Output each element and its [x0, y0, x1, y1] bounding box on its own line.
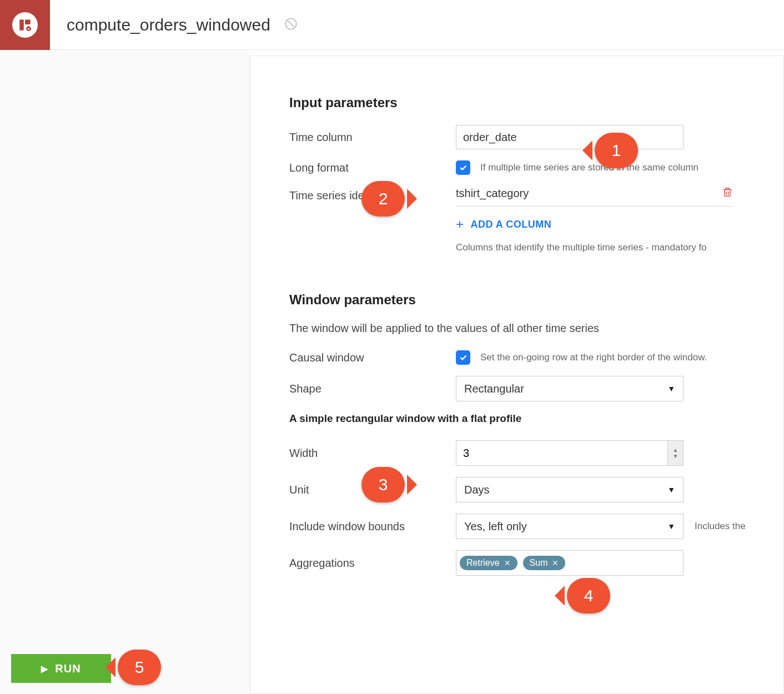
- shape-description: A simple rectangular window with a flat …: [289, 413, 756, 425]
- width-row: Width ▲▼: [289, 440, 756, 466]
- shape-value: Rectangular: [464, 383, 524, 395]
- run-label: RUN: [55, 662, 81, 675]
- chevron-down-icon: ▼: [667, 384, 675, 393]
- width-stepper[interactable]: ▲▼: [667, 441, 683, 465]
- aggregations-label: Aggregations: [289, 557, 456, 570]
- identifiers-hint: Columns that identify the multiple time …: [456, 242, 733, 253]
- time-column-row: Time column: [289, 125, 756, 149]
- unit-label: Unit: [289, 484, 456, 496]
- unit-row: Unit Days ▼: [289, 477, 756, 502]
- shape-label: Shape: [289, 383, 456, 395]
- causal-hint: Set the on-going row at the right border…: [480, 352, 707, 363]
- trash-icon[interactable]: [721, 186, 733, 200]
- causal-checkbox[interactable]: [456, 350, 470, 365]
- chevron-down-icon: ▼: [667, 485, 675, 494]
- main-area: Input parameters Time column Long format…: [0, 50, 784, 694]
- time-column-label: Time column: [289, 131, 456, 144]
- left-gutter: [0, 50, 250, 694]
- run-button[interactable]: ▶ RUN: [11, 654, 111, 683]
- close-icon[interactable]: ✕: [504, 559, 511, 567]
- identifiers-label: Time series identifiers: [289, 186, 456, 202]
- close-icon[interactable]: ✕: [552, 559, 559, 567]
- add-column-button[interactable]: + ADD A COLUMN: [456, 217, 733, 232]
- shape-select[interactable]: Rectangular ▼: [456, 376, 684, 401]
- shape-row: Shape Rectangular ▼: [289, 376, 756, 401]
- long-format-label: Long format: [289, 162, 456, 174]
- long-format-hint: If multiple time series are stored in th…: [480, 162, 698, 173]
- width-label: Width: [289, 447, 456, 460]
- page-title: compute_orders_windowed: [67, 16, 270, 34]
- input-parameters-heading: Input parameters: [289, 95, 756, 110]
- causal-label: Causal window: [289, 351, 456, 364]
- chevron-down-icon: ▼: [667, 522, 675, 531]
- identifier-item: tshirt_category: [456, 186, 733, 207]
- settings-panel: Input parameters Time column Long format…: [250, 56, 784, 694]
- aggregations-input[interactable]: Retrieve ✕ Sum ✕: [456, 550, 684, 576]
- plus-icon: +: [456, 217, 464, 232]
- bounds-value: Yes, left only: [464, 520, 527, 533]
- long-format-checkbox[interactable]: [456, 160, 470, 175]
- causal-row: Causal window Set the on-going row at th…: [289, 350, 756, 365]
- unit-value: Days: [464, 484, 490, 496]
- status-icon[interactable]: [284, 17, 298, 33]
- width-input[interactable]: [456, 441, 667, 465]
- callout-4: 4: [567, 578, 610, 613]
- bounds-hint: Includes the: [695, 521, 746, 532]
- unit-select[interactable]: Days ▼: [456, 477, 684, 502]
- bounds-select[interactable]: Yes, left only ▼: [456, 514, 684, 539]
- brand-circle-icon: [12, 12, 38, 38]
- brand-logo: [0, 0, 50, 50]
- width-input-wrap: ▲▼: [456, 440, 684, 466]
- header: compute_orders_windowed: [0, 0, 784, 50]
- window-parameters-heading: Window parameters: [289, 292, 756, 308]
- tag-label: Retrieve: [466, 558, 500, 568]
- aggregation-tag[interactable]: Sum ✕: [523, 556, 566, 570]
- aggregation-tag[interactable]: Retrieve ✕: [460, 556, 517, 570]
- add-column-label: ADD A COLUMN: [471, 219, 552, 230]
- time-column-input[interactable]: [456, 125, 684, 149]
- play-icon: ▶: [41, 663, 48, 674]
- aggregations-row: Aggregations Retrieve ✕ Sum ✕: [289, 550, 756, 576]
- identifiers-row: Time series identifiers tshirt_category …: [289, 186, 756, 253]
- tag-label: Sum: [530, 558, 548, 568]
- svg-rect-1: [25, 19, 31, 24]
- long-format-row: Long format If multiple time series are …: [289, 160, 756, 175]
- window-description: The window will be applied to the values…: [289, 322, 756, 335]
- identifier-value[interactable]: tshirt_category: [456, 187, 721, 200]
- svg-rect-0: [19, 19, 24, 31]
- bounds-row: Include window bounds Yes, left only ▼ I…: [289, 514, 756, 539]
- bounds-label: Include window bounds: [289, 520, 456, 533]
